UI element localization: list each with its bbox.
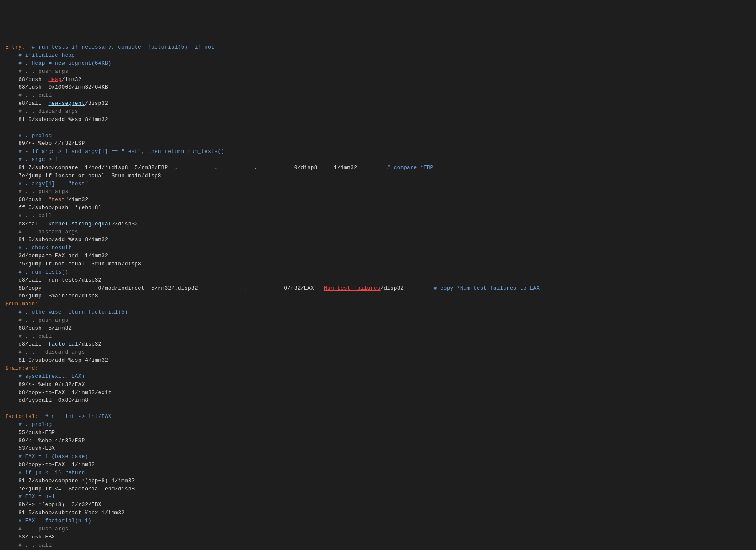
line-25: 81 0/subop/add %esp 8/imm32: [5, 236, 108, 243]
main-end-label: $main:end:: [5, 365, 38, 371]
line-59: 81 5/subop/subtract %ebx 1/imm32: [5, 510, 125, 516]
line-7: # . . call: [5, 92, 52, 98]
line-35: # . . push args: [5, 317, 68, 323]
line-26: # . check result: [5, 245, 72, 251]
line-48: # . prolog: [5, 421, 52, 428]
line-42: # syscall(exit, EAX): [5, 373, 85, 380]
line-5: 68/push Heap/imm32: [5, 76, 81, 83]
line-13: 89/<- %ebp 4/r32/ESP: [5, 140, 85, 147]
line-15: # . argc > 1: [5, 156, 58, 163]
line-16: 81 7/subop/compare 1/mod/*+disp8 5/rm32/…: [5, 164, 433, 171]
line-62: 53/push-EBX: [5, 534, 55, 540]
line-12: # . prolog: [5, 132, 52, 139]
line-58: 8b/-> *(ebp+8) 3/r32/EBX: [5, 501, 101, 508]
code-editor: Entry: # run tests if necessary, compute…: [5, 35, 751, 550]
line-4: # . . push args: [5, 68, 68, 75]
line-32: eb/jump $main:end/disp8: [5, 293, 98, 299]
line-18: # . argv[1] == "test": [5, 181, 88, 187]
line-30: e8/call run-tests/disp32: [5, 277, 101, 283]
line-38: e8/call factorial/disp32: [5, 341, 101, 347]
line-29: # . run-tests(): [5, 269, 68, 275]
line-63: # . . call: [5, 542, 52, 548]
line-60: # EAX = factorial(n-1): [5, 518, 92, 524]
line-43: 89/<- %ebx 0/r32/EAX: [5, 381, 85, 388]
line-40: 81 0/subop/add %esp 4/imm32: [5, 357, 108, 363]
line-45: cd/syscall 0x80/imm8: [5, 397, 88, 403]
factorial-label: factorial: # n : int -> int/EAX: [5, 413, 112, 420]
line-27: 3d/compare-EAX-and 1/imm32: [5, 253, 108, 259]
line-2: # initialize heap: [5, 52, 75, 58]
line-17: 7e/jump-if-lesser-or-equal $run-main/dis…: [5, 173, 161, 179]
line-6: 68/push 0x10000/imm32/64KB: [5, 84, 108, 90]
line-50: 89/<- %ebp 4/r32/ESP: [5, 438, 85, 444]
line-19: # . . push args: [5, 188, 68, 195]
line-22: # . . call: [5, 213, 52, 219]
line-39: # . . . discard args: [5, 349, 85, 355]
line-21: ff 6/subop/push *(ebp+8): [5, 204, 101, 211]
line-36: 68/push 5/imm32: [5, 325, 72, 331]
line-44: b8/copy-to-EAX 1/imm32/exit: [5, 389, 112, 396]
line-20: 68/push "test"/imm32: [5, 196, 88, 203]
line-10: 81 0/subop/add %esp 8/imm32: [5, 116, 108, 123]
entry-label: Entry: # run tests if necessary, compute…: [5, 44, 215, 50]
line-56: 7e/jump-if-<= $factorial:end/disp8: [5, 486, 135, 492]
line-3: # . Heap = new-segment(64KB): [5, 60, 112, 66]
line-53: b8/copy-to-EAX 1/imm32: [5, 461, 95, 468]
line-49: 55/push-EBP: [5, 429, 55, 436]
line-14: # - if argc > 1 and argv[1] == "test", t…: [5, 148, 224, 155]
line-52: # EAX = 1 (base case): [5, 453, 88, 460]
line-31: 8b/copy 0/mod/indirect 5/rm32/.disp32 . …: [5, 285, 540, 291]
line-28: 75/jump-if-not-equal $run-main/disp8: [5, 261, 141, 267]
line-24: # . . discard args: [5, 229, 78, 235]
line-37: # . . call: [5, 333, 52, 340]
line-57: # EBX = n-1: [5, 493, 55, 500]
line-23: e8/call kernel-string-equal?/disp32: [5, 221, 138, 227]
line-34: # . otherwise return factorial(5): [5, 309, 128, 315]
line-9: # . . discard args: [5, 108, 78, 115]
line-51: 53/push-EBX: [5, 445, 55, 452]
line-61: # . . push args: [5, 526, 68, 532]
line-54: # if (n <= 1) return: [5, 469, 85, 476]
run-main-label: $run-main:: [5, 301, 38, 307]
line-8: e8/call new-segment/disp32: [5, 100, 108, 107]
line-55: 81 7/subop/compare *(ebp+8) 1/imm32: [5, 478, 135, 484]
